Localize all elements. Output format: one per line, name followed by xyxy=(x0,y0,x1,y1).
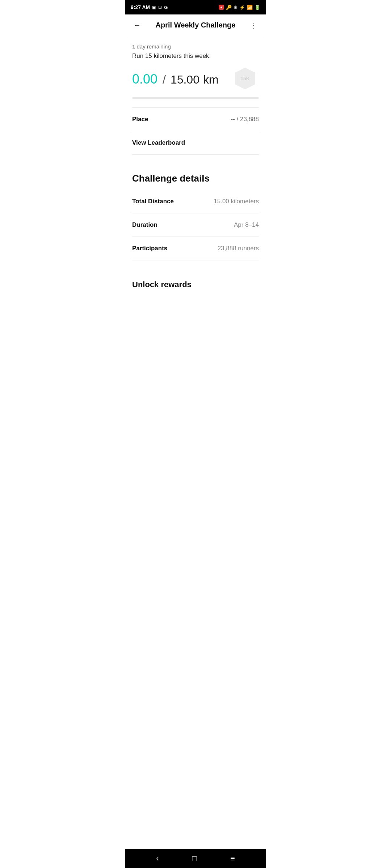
badge-container: 15K xyxy=(233,66,259,92)
bluetooth-icon: ✳ xyxy=(234,5,237,10)
google-icon: G xyxy=(164,5,168,10)
leaderboard-row[interactable]: View Leaderboard xyxy=(125,131,266,154)
back-button[interactable]: ← xyxy=(131,19,144,32)
battery-icon: 🔋 xyxy=(255,5,260,10)
record-icon: ● xyxy=(219,5,224,10)
place-value: -- / 23,888 xyxy=(231,116,259,123)
participants-label: Participants xyxy=(132,245,167,252)
duration-label: Duration xyxy=(132,221,157,229)
nav-back-button[interactable]: ‹ xyxy=(150,851,164,866)
status-left: 9:27 AM ▣ ⊡ G xyxy=(131,4,168,10)
page-title: April Weekly Challenge xyxy=(144,21,247,29)
duration-value: Apr 8–14 xyxy=(234,221,259,229)
cast-icon: ⊡ xyxy=(158,5,162,10)
challenge-details-title: Challenge details xyxy=(125,166,266,190)
distance-separator: / xyxy=(163,73,169,86)
progress-row: 0.00 / 15.00 km 15K xyxy=(132,66,259,92)
distance-unit: km xyxy=(203,73,219,86)
challenge-description: Run 15 kilometers this week. xyxy=(132,52,259,60)
total-distance: 15.00 xyxy=(171,73,199,86)
section-gap-1 xyxy=(125,155,266,166)
signal-icon: ⚡ xyxy=(239,5,245,10)
nav-home-button[interactable]: □ xyxy=(186,851,203,866)
challenge-badge: 15K xyxy=(233,66,257,91)
progress-bar-container xyxy=(132,97,259,99)
nav-menu-button[interactable]: ≡ xyxy=(224,851,241,866)
status-time: 9:27 AM xyxy=(131,4,150,10)
status-right: ● 🔑 ✳ ⚡ 📶 🔋 xyxy=(219,5,260,10)
bottom-nav: ‹ □ ≡ xyxy=(125,849,266,868)
participants-value: 23,888 runners xyxy=(218,245,259,252)
key-icon: 🔑 xyxy=(226,5,232,10)
unlock-rewards-section: Unlock rewards xyxy=(125,271,266,295)
svg-text:15K: 15K xyxy=(240,76,250,81)
total-distance-value: 15.00 kilometers xyxy=(214,198,259,205)
camera-icon: ▣ xyxy=(152,5,156,10)
status-bar: 9:27 AM ▣ ⊡ G ● 🔑 ✳ ⚡ 📶 🔋 xyxy=(125,0,266,14)
main-content: 1 day remaining Run 15 kilometers this w… xyxy=(125,36,266,849)
total-distance-label: Total Distance xyxy=(132,198,174,205)
more-options-button[interactable]: ⋮ xyxy=(247,19,260,32)
current-distance: 0.00 xyxy=(132,72,157,86)
place-label: Place xyxy=(132,116,148,123)
app-bar: ← April Weekly Challenge ⋮ xyxy=(125,14,266,36)
participants-row: Participants 23,888 runners xyxy=(125,237,266,260)
place-row: Place -- / 23,888 xyxy=(125,108,266,131)
section-gap-2 xyxy=(125,260,266,271)
total-distance-row: Total Distance 15.00 kilometers xyxy=(125,190,266,213)
challenge-header: 1 day remaining Run 15 kilometers this w… xyxy=(125,36,266,99)
unlock-rewards-title: Unlock rewards xyxy=(132,280,259,289)
duration-row: Duration Apr 8–14 xyxy=(125,213,266,237)
leaderboard-link[interactable]: View Leaderboard xyxy=(132,139,185,146)
progress-distance: 0.00 / 15.00 km xyxy=(132,72,219,87)
days-remaining: 1 day remaining xyxy=(132,43,259,50)
wifi-icon: 📶 xyxy=(247,5,253,10)
